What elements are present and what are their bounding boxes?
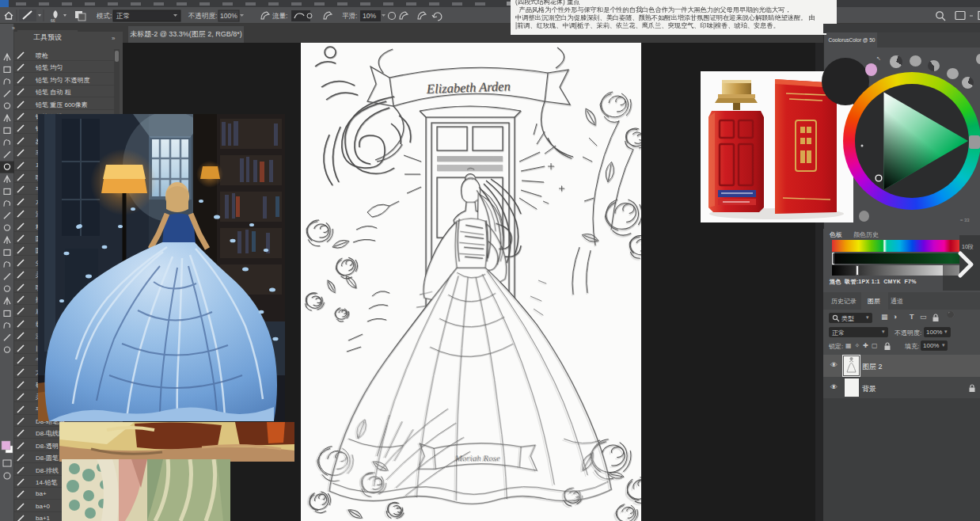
svg-text:不透明度:: 不透明度: xyxy=(188,12,217,20)
svg-text:10%: 10% xyxy=(363,12,376,20)
svg-text:正常: 正常 xyxy=(116,12,130,20)
svg-text:平滑:: 平滑: xyxy=(342,12,357,20)
svg-text:100%: 100% xyxy=(220,12,237,20)
svg-text:模式:: 模式: xyxy=(96,12,112,20)
svg-text:66: 66 xyxy=(51,18,55,23)
svg-text:流量:: 流量: xyxy=(272,12,287,20)
